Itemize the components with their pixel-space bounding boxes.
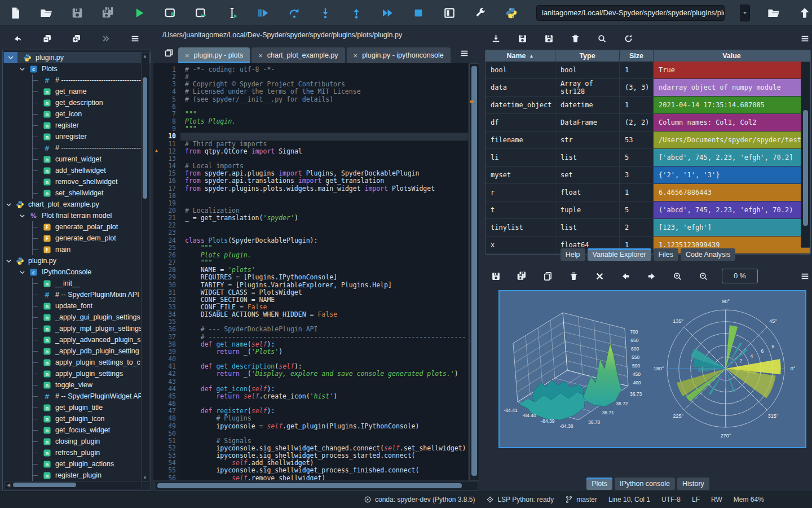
outline-hscrollbar[interactable]: ◀: [5, 481, 142, 489]
table-header[interactable]: Name ▲ Type Size Value: [486, 50, 810, 62]
tree-item[interactable]: m get_name: [3, 86, 151, 97]
tree-item[interactable]: m closing_plugin: [3, 436, 151, 447]
tree-item[interactable]: m get_description: [3, 97, 151, 108]
table-row[interactable]: li list 5 ['abcd', 745, 2.23, 'efgh', 70…: [486, 149, 810, 167]
preferences-icon[interactable]: [473, 6, 488, 20]
table-row[interactable]: data Array of str128 (3, 3) ndarray obje…: [486, 79, 810, 97]
chevrons-right-icon[interactable]: [98, 31, 113, 46]
save-plot-icon[interactable]: [488, 269, 503, 283]
table-row[interactable]: datetime_object datetime 1 2021-04-14 17…: [486, 97, 810, 114]
step-into-icon[interactable]: [318, 6, 333, 20]
table-row[interactable]: bool bool 1 True: [486, 62, 810, 79]
search-icon[interactable]: [594, 31, 609, 46]
tree-item[interactable]: m unregister: [3, 131, 151, 142]
tree-item[interactable]: m set_shellwidget: [3, 187, 151, 199]
previous-plot-icon[interactable]: [618, 269, 633, 283]
variable-value[interactable]: [123, 'efgh']: [654, 219, 810, 236]
path-dropdown-caret-icon[interactable]: [740, 5, 750, 21]
status-git-branch[interactable]: master: [565, 496, 597, 503]
close-tab-icon[interactable]: ×: [354, 52, 358, 59]
tree-item[interactable]: m register_plugin: [3, 470, 151, 481]
save-data-as-icon[interactable]: [541, 31, 556, 46]
save-data-icon[interactable]: [515, 31, 529, 46]
remove-plot-icon[interactable]: [566, 269, 581, 283]
tree-chevron-icon[interactable]: [4, 52, 17, 63]
tree-item[interactable]: plugin.py: [3, 52, 151, 63]
next-plot-icon[interactable]: [644, 269, 659, 283]
tree-item[interactable]: m apply_plugin_settings_to_c: [3, 357, 151, 368]
status-conda[interactable]: conda: spyder-dev (Python 3.8.5): [364, 496, 475, 503]
run-selection-icon[interactable]: [225, 6, 240, 20]
tree-item[interactable]: m _apply_pdb_plugin_setting: [3, 345, 151, 357]
tree-item[interactable]: m register: [3, 120, 151, 131]
status-utf-8[interactable]: UTF-8: [661, 496, 681, 503]
step-over-icon[interactable]: [287, 6, 302, 20]
working-directory-input[interactable]: ianitagomez/Local/Dev-Spyder/spyder/spyd…: [536, 5, 725, 21]
tree-chevron-icon[interactable]: [17, 212, 27, 220]
scroll-left-icon[interactable]: ◀: [7, 483, 10, 488]
tree-item[interactable]: m _apply_gui_plugin_settings: [3, 312, 151, 323]
close-plot-icon[interactable]: [592, 269, 607, 283]
outline-vscrollbar[interactable]: ▲ ▼: [141, 52, 149, 482]
table-row[interactable]: myset set 3 {'2', '1', '3'}: [486, 167, 810, 184]
variables-vscrollbar[interactable]: [801, 62, 810, 248]
open-directory-icon[interactable]: [766, 6, 781, 20]
tree-item[interactable]: # # -- SpyderPluginMixin API -: [3, 289, 151, 300]
plot-figure[interactable]: 400450500550600650700-84.41-84.40-84.39-…: [498, 290, 806, 448]
tree-chevron-icon[interactable]: [17, 269, 27, 276]
pane-tab-files[interactable]: Files: [654, 248, 678, 261]
variable-value[interactable]: ('abcd', 745, 2.23, 'efgh', 70.2): [654, 202, 810, 218]
scroll-down-icon[interactable]: ▼: [143, 475, 147, 480]
new-file-icon[interactable]: [8, 6, 23, 20]
editor-tab[interactable]: × plugin.py - plots: [178, 47, 250, 63]
tree-item[interactable]: F generate_polar_plot: [3, 221, 151, 233]
collapse-all-icon[interactable]: [39, 31, 54, 46]
hamburger-icon[interactable]: [127, 31, 142, 46]
tree-item[interactable]: m apply_plugin_settings: [3, 368, 151, 379]
continue-execution-icon[interactable]: [380, 6, 395, 20]
python-logo-icon[interactable]: [504, 6, 519, 20]
expand-all-icon[interactable]: [69, 31, 83, 46]
stop-icon[interactable]: [411, 6, 426, 20]
tree-item[interactable]: m add_shellwidget: [3, 165, 151, 176]
editor-vscrollbar[interactable]: [469, 63, 479, 481]
debug-file-icon[interactable]: [256, 6, 271, 20]
hamburger-icon[interactable]: [797, 31, 812, 46]
tree-item[interactable]: % Plot final terrain model: [3, 210, 151, 221]
close-tab-icon[interactable]: ×: [258, 52, 263, 59]
status-rw[interactable]: RW: [711, 496, 722, 503]
save-all-plots-icon[interactable]: [514, 269, 529, 283]
pane-tab-history[interactable]: History: [677, 478, 709, 490]
tree-item[interactable]: m _apply_mpl_plugin_settings: [3, 323, 151, 334]
tree-item[interactable]: c Plots: [3, 63, 151, 75]
table-row[interactable]: tinylist list 2 [123, 'efgh']: [486, 219, 810, 237]
zoom-in-icon[interactable]: [670, 269, 685, 283]
status-line[interactable]: Line 10, Col 1: [608, 496, 650, 503]
run-icon[interactable]: [132, 6, 147, 20]
tree-item[interactable]: m refresh_plugin: [3, 447, 151, 458]
editor-options-icon[interactable]: [457, 46, 471, 60]
hamburger-icon[interactable]: [797, 269, 812, 283]
pane-tab-plots[interactable]: Plots: [586, 478, 612, 490]
variable-value[interactable]: ['abcd', 745, 2.23, 'efgh', 70.2]: [654, 149, 810, 166]
table-row[interactable]: t tuple 5 ('abcd', 745, 2.23, 'efgh', 70…: [486, 202, 810, 219]
variable-value[interactable]: Column names: Col1, Col2: [654, 114, 810, 131]
tree-item[interactable]: m get_plugin_icon: [3, 413, 151, 424]
tree-item[interactable]: plugin.py: [3, 255, 151, 266]
code-editor[interactable]: 1234567891011▲12131415161718192021222324…: [153, 63, 468, 480]
pane-tab-code-analysis[interactable]: Code Analysis: [681, 248, 735, 261]
tree-item[interactable]: m get_plugin_actions: [3, 458, 151, 470]
close-tab-icon[interactable]: ×: [185, 52, 189, 59]
save-all-icon[interactable]: [101, 6, 116, 20]
copy-plot-icon[interactable]: [540, 269, 555, 283]
tree-chevron-icon[interactable]: [17, 65, 27, 73]
scroll-up-icon[interactable]: ▲: [143, 54, 147, 59]
tree-item[interactable]: m __init__: [3, 278, 151, 289]
variable-value[interactable]: {'2', '1', '3'}: [654, 167, 810, 183]
pane-tab-ipython-console[interactable]: IPython console: [615, 478, 675, 490]
status-lf[interactable]: LF: [692, 496, 700, 503]
remove-variable-icon[interactable]: [568, 31, 582, 46]
browse-tabs-icon[interactable]: [161, 46, 176, 60]
maximize-pane-icon[interactable]: [442, 6, 457, 20]
zoom-out-icon[interactable]: [696, 269, 710, 283]
